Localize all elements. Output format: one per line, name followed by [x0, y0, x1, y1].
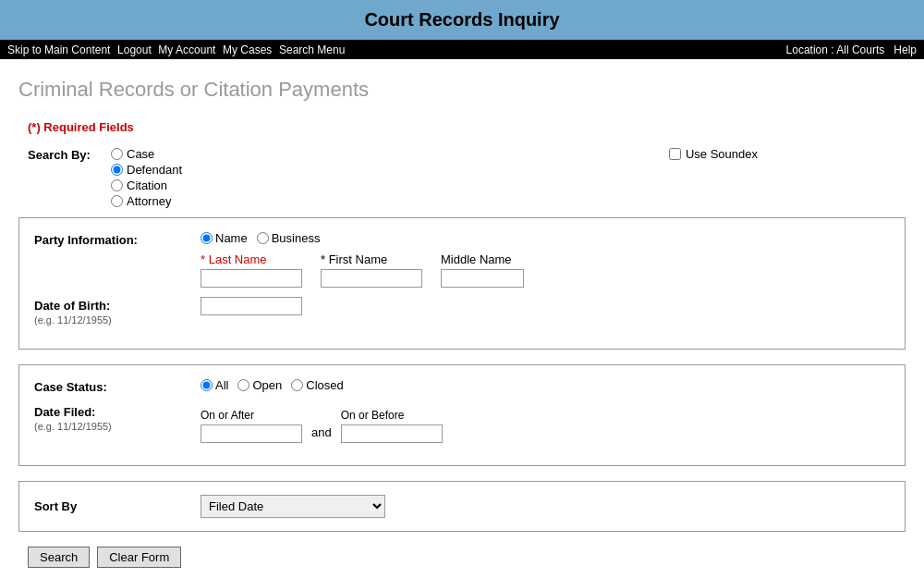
date-filed-inputs: On or After and On or Before: [201, 409, 890, 443]
dob-label: Date of Birth:: [34, 299, 110, 313]
cs-closed-label[interactable]: Closed: [291, 378, 343, 392]
criminal-records-title: Criminal Records or Citation Payments: [18, 78, 906, 102]
and-text: and: [311, 425, 332, 443]
date-filed-content: On or After and On or Before: [201, 403, 890, 443]
on-or-after-label: On or After: [201, 409, 302, 422]
cs-closed-radio[interactable]: [291, 379, 303, 391]
dob-input[interactable]: [201, 297, 302, 315]
business-radio-label[interactable]: Business: [257, 231, 321, 245]
search-by-section: Search By: Case Defendant Citation Attor…: [28, 147, 906, 208]
first-name-label: * First Name: [321, 252, 422, 266]
nav-bar: Skip to Main Content Logout My Account M…: [0, 40, 924, 59]
use-soundex-section: Use Soundex: [669, 147, 758, 161]
location-value[interactable]: All Courts: [836, 43, 884, 56]
search-button[interactable]: Search: [28, 547, 90, 568]
search-by-defendant-label[interactable]: Defendant: [111, 163, 182, 177]
case-status-options: All Open Closed: [201, 378, 890, 392]
sort-by-row: Sort By Filed Date Case Number Defendant…: [34, 495, 890, 518]
on-or-before-label: On or Before: [341, 409, 443, 422]
middle-name-input[interactable]: [441, 269, 524, 288]
nav-links: Skip to Main Content Logout My Account M…: [7, 43, 348, 56]
first-name-group: * First Name: [321, 252, 422, 288]
page-header: Court Records Inquiry: [0, 0, 924, 40]
on-or-before-group: On or Before: [341, 409, 443, 443]
search-by-label: Search By:: [28, 148, 111, 162]
date-filed-section-label: Date Filed: (e.g. 11/12/1955): [34, 403, 201, 433]
name-radio-text: Name: [215, 231, 248, 245]
my-account-link[interactable]: My Account: [158, 43, 215, 56]
search-by-defendant-text: Defendant: [127, 163, 182, 177]
cs-open-label[interactable]: Open: [237, 378, 282, 392]
cs-all-radio[interactable]: [201, 379, 213, 391]
sort-by-label: Sort By: [34, 499, 201, 513]
search-by-citation-radio[interactable]: [111, 179, 123, 191]
buttons-row: Search Clear Form: [28, 547, 906, 568]
page-title: Court Records Inquiry: [0, 9, 924, 31]
name-radio[interactable]: [201, 232, 213, 244]
party-info-panel: Party Information: Name Business * Last …: [18, 217, 906, 350]
middle-name-group: Middle Name: [441, 252, 524, 288]
search-by-attorney-label[interactable]: Attorney: [111, 194, 182, 208]
last-name-label: * Last Name: [201, 252, 302, 266]
dob-content: [201, 297, 890, 315]
sort-by-select[interactable]: Filed Date Case Number Defendant Name: [201, 495, 385, 518]
dob-section-label: Date of Birth: (e.g. 11/12/1955): [34, 297, 201, 326]
my-cases-link[interactable]: My Cases: [223, 43, 272, 56]
logout-link[interactable]: Logout: [117, 43, 152, 56]
cs-all-label[interactable]: All: [201, 378, 228, 392]
last-name-input[interactable]: [201, 269, 302, 288]
business-radio[interactable]: [257, 232, 269, 244]
main-content: Criminal Records or Citation Payments (*…: [0, 59, 924, 578]
help-link[interactable]: Help: [894, 43, 917, 56]
business-radio-text: Business: [272, 231, 321, 245]
cs-all-text: All: [215, 378, 228, 392]
sort-by-panel: Sort By Filed Date Case Number Defendant…: [18, 481, 906, 532]
name-business-row: Name Business: [201, 231, 890, 245]
case-status-label: Case Status:: [34, 378, 201, 394]
on-or-before-input[interactable]: [341, 424, 443, 443]
dob-row: Date of Birth: (e.g. 11/12/1955): [34, 297, 890, 326]
date-filed-row: Date Filed: (e.g. 11/12/1955) On or Afte…: [34, 403, 890, 443]
skip-main-link[interactable]: Skip to Main Content: [7, 43, 110, 56]
search-by-options: Case Defendant Citation Attorney: [111, 147, 182, 208]
search-by-case-radio[interactable]: [111, 148, 123, 160]
use-soundex-label[interactable]: Use Soundex: [669, 147, 758, 161]
required-fields-note: (*) Required Fields: [28, 120, 906, 134]
clear-form-button[interactable]: Clear Form: [97, 547, 181, 568]
first-name-input[interactable]: [321, 269, 422, 288]
search-by-attorney-text: Attorney: [127, 194, 171, 208]
search-by-case-text: Case: [127, 147, 154, 161]
last-name-group: * Last Name: [201, 252, 302, 288]
search-by-attorney-radio[interactable]: [111, 195, 123, 207]
case-status-content: All Open Closed: [201, 378, 890, 392]
on-or-after-input[interactable]: [201, 424, 302, 443]
on-or-after-group: On or After: [201, 409, 302, 443]
middle-name-label: Middle Name: [441, 252, 524, 266]
search-by-case-label[interactable]: Case: [111, 147, 182, 161]
name-radio-label[interactable]: Name: [201, 231, 248, 245]
name-fields-row: * Last Name * First Name Middle Name: [201, 252, 890, 288]
party-info-label: Party Information:: [34, 231, 201, 247]
party-info-row: Party Information: Name Business * Last …: [34, 231, 890, 288]
search-by-defendant-radio[interactable]: [111, 164, 123, 176]
location-label: Location :: [786, 43, 834, 56]
search-by-citation-text: Citation: [127, 178, 167, 192]
case-status-panel: Case Status: All Open Closed: [18, 364, 906, 466]
party-info-content: Name Business * Last Name * First Name: [201, 231, 890, 288]
cs-closed-text: Closed: [306, 378, 343, 392]
cs-open-radio[interactable]: [237, 379, 249, 391]
date-filed-label: Date Filed:: [34, 405, 95, 419]
dob-hint: (e.g. 11/12/1955): [34, 314, 112, 326]
search-menu-link[interactable]: Search Menu: [279, 43, 345, 56]
case-status-row: Case Status: All Open Closed: [34, 378, 890, 394]
use-soundex-checkbox[interactable]: [669, 148, 681, 160]
search-by-citation-label[interactable]: Citation: [111, 178, 182, 192]
use-soundex-text: Use Soundex: [686, 147, 758, 161]
cs-open-text: Open: [252, 378, 282, 392]
date-filed-hint: (e.g. 11/12/1955): [34, 421, 112, 432]
location-info: Location : All Courts Help: [786, 43, 917, 56]
